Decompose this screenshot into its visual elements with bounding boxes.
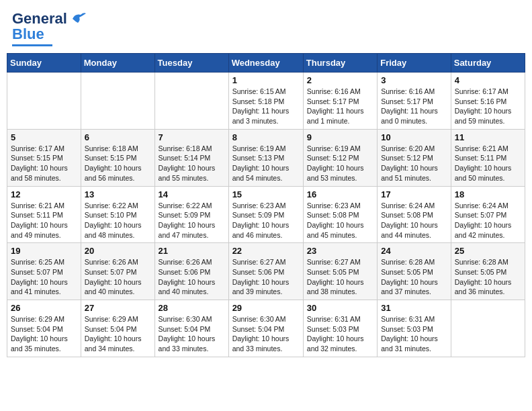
day-number: 3 — [381, 75, 447, 85]
day-header-wednesday: Wednesday — [228, 54, 303, 73]
calendar-cell: 10Sunrise: 6:20 AM Sunset: 5:12 PM Dayli… — [378, 129, 451, 186]
day-number: 28 — [159, 303, 225, 313]
calendar-cell: 24Sunrise: 6:28 AM Sunset: 5:05 PM Dayli… — [378, 243, 451, 300]
day-info: Sunrise: 6:25 AM Sunset: 5:07 PM Dayligh… — [11, 257, 77, 297]
day-info: Sunrise: 6:30 AM Sunset: 5:04 PM Dayligh… — [159, 314, 225, 354]
day-info: Sunrise: 6:28 AM Sunset: 5:05 PM Dayligh… — [455, 257, 521, 297]
day-number: 26 — [11, 303, 77, 313]
day-number: 8 — [232, 132, 300, 142]
page-header: General Blue — [7, 7, 525, 49]
day-info: Sunrise: 6:17 AM Sunset: 5:16 PM Dayligh… — [455, 87, 521, 126]
calendar-cell: 23Sunrise: 6:27 AM Sunset: 5:05 PM Dayli… — [303, 243, 377, 300]
day-number: 14 — [159, 189, 225, 199]
day-info: Sunrise: 6:28 AM Sunset: 5:05 PM Dayligh… — [381, 257, 447, 297]
day-info: Sunrise: 6:24 AM Sunset: 5:07 PM Dayligh… — [455, 201, 521, 240]
day-info: Sunrise: 6:19 AM Sunset: 5:12 PM Dayligh… — [307, 144, 373, 183]
calendar-week-2: 12Sunrise: 6:21 AM Sunset: 5:11 PM Dayli… — [7, 186, 525, 243]
day-header-tuesday: Tuesday — [154, 54, 228, 73]
day-number: 25 — [455, 246, 521, 256]
day-number: 18 — [455, 189, 521, 199]
calendar-cell: 18Sunrise: 6:24 AM Sunset: 5:07 PM Dayli… — [451, 186, 525, 243]
calendar-cell: 31Sunrise: 6:31 AM Sunset: 5:03 PM Dayli… — [378, 300, 451, 357]
day-number: 15 — [232, 189, 300, 199]
day-number: 13 — [85, 189, 151, 199]
day-info: Sunrise: 6:26 AM Sunset: 5:07 PM Dayligh… — [85, 257, 151, 297]
calendar-cell: 19Sunrise: 6:25 AM Sunset: 5:07 PM Dayli… — [7, 243, 81, 300]
day-number: 11 — [455, 132, 521, 142]
day-info: Sunrise: 6:20 AM Sunset: 5:12 PM Dayligh… — [381, 144, 447, 183]
day-number: 6 — [85, 132, 151, 142]
logo-blue: Blue — [12, 26, 44, 43]
day-header-sunday: Sunday — [7, 54, 81, 73]
day-info: Sunrise: 6:23 AM Sunset: 5:08 PM Dayligh… — [307, 201, 373, 240]
day-info: Sunrise: 6:16 AM Sunset: 5:17 PM Dayligh… — [381, 87, 447, 126]
calendar-cell: 3Sunrise: 6:16 AM Sunset: 5:17 PM Daylig… — [378, 73, 451, 130]
calendar-cell — [7, 73, 81, 130]
calendar-week-1: 5Sunrise: 6:17 AM Sunset: 5:15 PM Daylig… — [7, 129, 525, 186]
day-number: 27 — [85, 303, 151, 313]
calendar-cell: 29Sunrise: 6:30 AM Sunset: 5:04 PM Dayli… — [228, 300, 303, 357]
day-number: 2 — [307, 75, 373, 85]
day-number: 31 — [381, 303, 447, 313]
day-headers-row: SundayMondayTuesdayWednesdayThursdayFrid… — [7, 54, 525, 73]
day-number: 21 — [159, 246, 225, 256]
day-number: 16 — [307, 189, 373, 199]
calendar-cell: 17Sunrise: 6:24 AM Sunset: 5:08 PM Dayli… — [378, 186, 451, 243]
day-info: Sunrise: 6:19 AM Sunset: 5:13 PM Dayligh… — [232, 144, 300, 183]
day-header-monday: Monday — [81, 54, 154, 73]
calendar-cell: 30Sunrise: 6:31 AM Sunset: 5:03 PM Dayli… — [303, 300, 377, 357]
calendar-cell: 15Sunrise: 6:23 AM Sunset: 5:09 PM Dayli… — [228, 186, 303, 243]
day-info: Sunrise: 6:21 AM Sunset: 5:11 PM Dayligh… — [11, 201, 77, 240]
day-info: Sunrise: 6:22 AM Sunset: 5:10 PM Dayligh… — [85, 201, 151, 240]
day-number: 29 — [232, 303, 300, 313]
day-number: 17 — [381, 189, 447, 199]
calendar-cell: 13Sunrise: 6:22 AM Sunset: 5:10 PM Dayli… — [81, 186, 154, 243]
day-info: Sunrise: 6:18 AM Sunset: 5:15 PM Dayligh… — [85, 144, 151, 183]
day-number: 19 — [11, 246, 77, 256]
day-header-thursday: Thursday — [303, 54, 377, 73]
day-number: 10 — [381, 132, 447, 142]
day-info: Sunrise: 6:24 AM Sunset: 5:08 PM Dayligh… — [381, 201, 447, 240]
calendar-cell: 28Sunrise: 6:30 AM Sunset: 5:04 PM Dayli… — [154, 300, 228, 357]
day-number: 7 — [159, 132, 225, 142]
calendar-week-3: 19Sunrise: 6:25 AM Sunset: 5:07 PM Dayli… — [7, 243, 525, 300]
day-info: Sunrise: 6:29 AM Sunset: 5:04 PM Dayligh… — [85, 314, 151, 354]
day-number: 24 — [381, 246, 447, 256]
calendar-cell: 21Sunrise: 6:26 AM Sunset: 5:06 PM Dayli… — [154, 243, 228, 300]
calendar-cell: 12Sunrise: 6:21 AM Sunset: 5:11 PM Dayli… — [7, 186, 81, 243]
calendar-cell: 22Sunrise: 6:27 AM Sunset: 5:06 PM Dayli… — [228, 243, 303, 300]
day-header-friday: Friday — [378, 54, 451, 73]
day-number: 9 — [307, 132, 373, 142]
calendar-header: SundayMondayTuesdayWednesdayThursdayFrid… — [7, 54, 525, 73]
calendar-cell — [451, 300, 525, 357]
day-info: Sunrise: 6:17 AM Sunset: 5:15 PM Dayligh… — [11, 144, 77, 183]
day-info: Sunrise: 6:21 AM Sunset: 5:11 PM Dayligh… — [455, 144, 521, 183]
day-number: 22 — [232, 246, 300, 256]
day-number: 30 — [307, 303, 373, 313]
calendar-cell: 11Sunrise: 6:21 AM Sunset: 5:11 PM Dayli… — [451, 129, 525, 186]
day-number: 23 — [307, 246, 373, 256]
calendar-week-0: 1Sunrise: 6:15 AM Sunset: 5:18 PM Daylig… — [7, 73, 525, 130]
day-number: 1 — [232, 75, 300, 85]
calendar-cell: 6Sunrise: 6:18 AM Sunset: 5:15 PM Daylig… — [81, 129, 154, 186]
calendar-cell: 8Sunrise: 6:19 AM Sunset: 5:13 PM Daylig… — [228, 129, 303, 186]
calendar-week-4: 26Sunrise: 6:29 AM Sunset: 5:04 PM Dayli… — [7, 300, 525, 357]
calendar-cell: 9Sunrise: 6:19 AM Sunset: 5:12 PM Daylig… — [303, 129, 377, 186]
day-info: Sunrise: 6:22 AM Sunset: 5:09 PM Dayligh… — [159, 201, 225, 240]
logo-bird-icon — [69, 9, 87, 28]
calendar-cell: 5Sunrise: 6:17 AM Sunset: 5:15 PM Daylig… — [7, 129, 81, 186]
day-header-saturday: Saturday — [451, 54, 525, 73]
day-info: Sunrise: 6:30 AM Sunset: 5:04 PM Dayligh… — [232, 314, 300, 354]
calendar-cell — [81, 73, 154, 130]
logo-underline — [12, 44, 52, 46]
day-info: Sunrise: 6:26 AM Sunset: 5:06 PM Dayligh… — [159, 257, 225, 297]
calendar-cell: 7Sunrise: 6:18 AM Sunset: 5:14 PM Daylig… — [154, 129, 228, 186]
calendar-cell: 1Sunrise: 6:15 AM Sunset: 5:18 PM Daylig… — [228, 73, 303, 130]
calendar-cell: 4Sunrise: 6:17 AM Sunset: 5:16 PM Daylig… — [451, 73, 525, 130]
calendar-cell: 27Sunrise: 6:29 AM Sunset: 5:04 PM Dayli… — [81, 300, 154, 357]
day-info: Sunrise: 6:31 AM Sunset: 5:03 PM Dayligh… — [381, 314, 447, 354]
calendar-cell: 26Sunrise: 6:29 AM Sunset: 5:04 PM Dayli… — [7, 300, 81, 357]
calendar-table: SundayMondayTuesdayWednesdayThursdayFrid… — [7, 53, 525, 357]
day-info: Sunrise: 6:27 AM Sunset: 5:06 PM Dayligh… — [232, 257, 300, 297]
day-number: 5 — [11, 132, 77, 142]
